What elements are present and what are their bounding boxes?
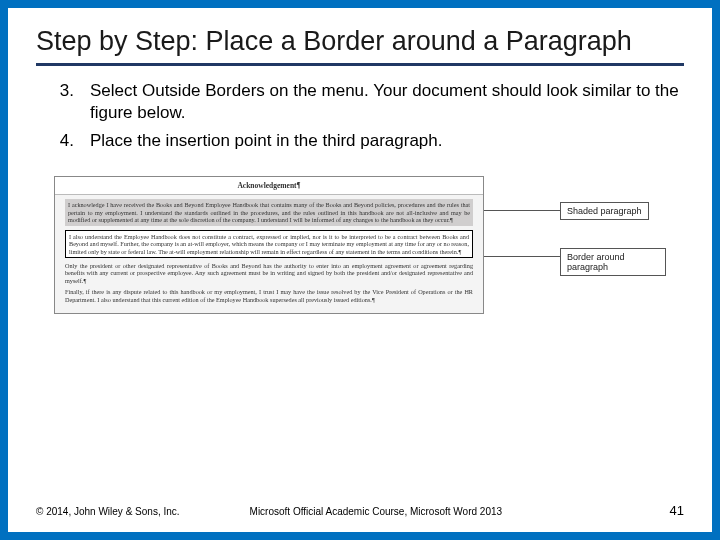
step-item: 3. Select Outside Borders on the menu. Y… — [44, 80, 684, 124]
paragraph: Finally, if there is any dispute related… — [65, 288, 473, 303]
step-item: 4. Place the insertion point in the thir… — [44, 130, 684, 152]
course-name: Microsoft Official Academic Course, Micr… — [250, 506, 503, 517]
step-number: 4. — [44, 130, 90, 152]
callout-connector — [484, 256, 560, 257]
step-number: 3. — [44, 80, 90, 124]
paragraph-bordered: I also understand the Employee Handbook … — [65, 230, 473, 258]
step-text: Select Outside Borders on the menu. Your… — [90, 80, 684, 124]
page-number: 41 — [670, 503, 684, 518]
copyright: © 2014, John Wiley & Sons, Inc. — [36, 506, 180, 517]
step-text: Place the insertion point in the third p… — [90, 130, 684, 152]
callout-connector — [484, 210, 560, 211]
slide-title: Step by Step: Place a Border around a Pa… — [36, 26, 684, 66]
callout-shaded: Shaded paragraph — [560, 202, 649, 220]
paragraph: Only the president or other designated r… — [65, 262, 473, 284]
step-list: 3. Select Outside Borders on the menu. Y… — [36, 80, 684, 158]
slide: Step by Step: Place a Border around a Pa… — [8, 8, 712, 532]
document-preview: Acknowledgement¶ I acknowledge I have re… — [54, 176, 484, 314]
doc-heading: Acknowledgement¶ — [55, 177, 483, 195]
figure: Acknowledgement¶ I acknowledge I have re… — [54, 176, 666, 386]
paragraph-shaded: I acknowledge I have received the Books … — [65, 199, 473, 225]
callout-border: Border around paragraph — [560, 248, 666, 276]
footer: © 2014, John Wiley & Sons, Inc. Microsof… — [36, 503, 684, 518]
